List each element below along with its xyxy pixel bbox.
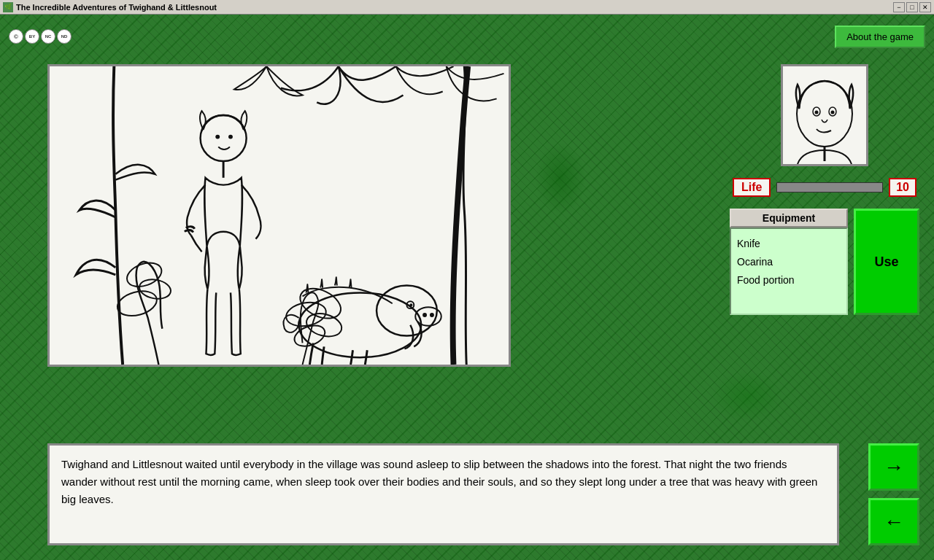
equipment-list[interactable]: KnifeOcarinaFood portion [730, 228, 848, 315]
cc-icon-nc: NC [41, 29, 55, 44]
life-bar-fill [777, 183, 882, 192]
svg-point-9 [215, 135, 220, 139]
maximize-button[interactable]: □ [906, 2, 918, 12]
game-area: © BY NC ND About the game [0, 15, 934, 560]
equipment-panel: Equipment KnifeOcarinaFood portion [730, 209, 848, 315]
story-text: Twighand and Littlesnout waited until ev… [61, 456, 825, 508]
scene-illustration [50, 66, 509, 365]
cc-license: © BY NC ND [9, 29, 72, 44]
cc-icon-nd: ND [57, 29, 72, 44]
life-label: Life [733, 178, 771, 197]
window-title: The Incredible Adventures of Twighand & … [16, 3, 890, 12]
svg-point-16 [430, 313, 434, 317]
about-game-button[interactable]: About the game [835, 26, 925, 48]
svg-point-15 [422, 313, 427, 317]
cc-icon-by: BY [25, 29, 39, 44]
use-button[interactable]: Use [854, 209, 919, 315]
svg-point-24 [831, 111, 835, 114]
equipment-item[interactable]: Ocarina [737, 253, 841, 271]
life-area: Life 10 [730, 178, 919, 197]
cc-icon-c: © [9, 29, 23, 44]
top-bar: © BY NC ND About the game [0, 15, 934, 58]
equipment-item[interactable]: Food portion [737, 271, 841, 289]
svg-point-10 [228, 135, 233, 139]
svg-point-18 [409, 303, 412, 306]
character-portrait [781, 64, 868, 166]
title-bar: 🌿 The Incredible Adventures of Twighand … [0, 0, 934, 15]
minimize-button[interactable]: − [893, 2, 905, 12]
equipment-section: Equipment KnifeOcarinaFood portion Use [730, 209, 919, 315]
close-button[interactable]: ✕ [919, 2, 931, 12]
life-bar [776, 182, 883, 192]
back-button[interactable]: ← [868, 498, 919, 545]
svg-point-22 [815, 111, 819, 114]
forward-button[interactable]: → [868, 443, 919, 491]
life-value: 10 [889, 178, 916, 197]
nav-buttons: → ← [868, 443, 919, 545]
window-controls[interactable]: − □ ✕ [893, 2, 931, 12]
equipment-item[interactable]: Knife [737, 235, 841, 253]
app-icon: 🌿 [3, 2, 13, 12]
right-panel: Life 10 Equipment KnifeOcarinaFood porti… [730, 64, 919, 315]
scene-panel [47, 64, 511, 367]
equipment-label: Equipment [730, 209, 848, 228]
story-text-box: Twighand and Littlesnout waited until ev… [47, 443, 839, 545]
